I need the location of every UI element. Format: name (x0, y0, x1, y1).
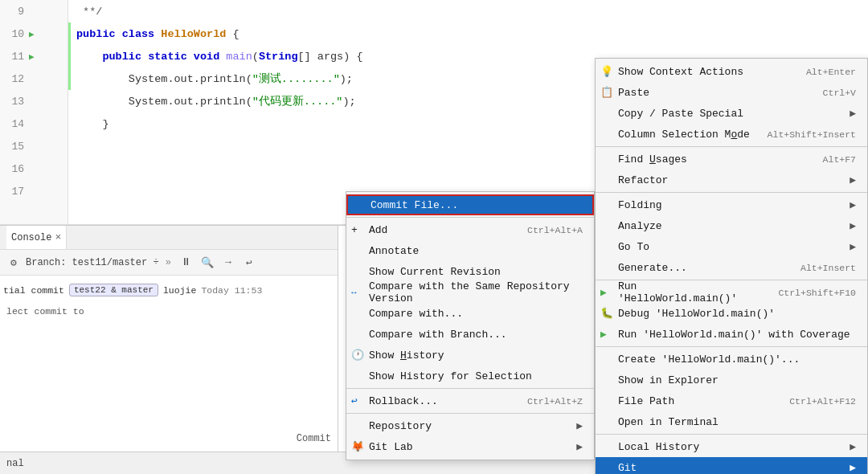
undo-icon[interactable]: ↩ (240, 254, 258, 272)
menu-item-compare-with[interactable]: Compare with... (346, 303, 594, 324)
pause-icon[interactable]: ⏸ (178, 254, 195, 272)
menu-item-column-selection[interactable]: Column Selection Mode Alt+Shift+Insert (596, 124, 867, 145)
arrow-icon9: ▶ (850, 461, 856, 474)
commit-initial: tial commit (3, 285, 64, 296)
menu-item-commit-file[interactable]: Commit File... (346, 194, 594, 215)
separator2 (346, 388, 594, 389)
menu-item-repository[interactable]: Repository ▶ (346, 415, 594, 436)
arrow-icon8: ▶ (850, 440, 856, 453)
commit-button-area: Commit (297, 431, 331, 445)
settings-icon[interactable]: ⚙ (5, 254, 23, 272)
console-area: Console × ⚙ Branch: test11/master ÷ » ⏸ … (0, 225, 338, 474)
separator (346, 217, 594, 218)
arrow-icon2: ▶ (576, 440, 583, 453)
menu-item-debug-main[interactable]: 🐛 Debug 'HelloWorld.main()' (596, 303, 867, 324)
menu-item-refactor[interactable]: Refactor ▶ (596, 170, 867, 190)
line-16: 16 (0, 157, 68, 180)
rollback-icon: ↩ (351, 394, 358, 407)
commit-button[interactable]: Commit (297, 433, 331, 444)
line-10: 10 ▶ (0, 22, 68, 45)
commit-user: luojie (163, 285, 196, 296)
menu-item-show-current-revision[interactable]: Show Current Revision (346, 261, 594, 282)
console-tab[interactable]: Console × (6, 226, 67, 249)
gitlab-icon: 🦊 (351, 440, 364, 453)
menu-item-rollback[interactable]: ↩ Rollback... Ctrl+Alt+Z (346, 390, 594, 411)
menu-item-git[interactable]: Git ▶ (596, 457, 867, 474)
line-13: 13 (0, 90, 68, 112)
arrow-right-icon[interactable]: → (219, 254, 237, 272)
menu-item-paste[interactable]: 📋 Paste Ctrl+V (596, 82, 867, 103)
arrow-icon3: ▶ (850, 107, 856, 120)
menu-item-analyze[interactable]: Analyze ▶ (596, 215, 867, 236)
bottom-bar-text: nal (6, 458, 24, 469)
menu-item-copy-paste-special[interactable]: Copy / Paste Special ▶ (596, 103, 867, 124)
code-line-9: **/ (76, 0, 868, 22)
clock-icon: 🕐 (351, 349, 364, 362)
branch-info: Branch: test11/master ÷ (26, 257, 159, 268)
menu-item-run-coverage[interactable]: ▶ Run 'HelloWorld.main()' with Coverage (596, 324, 867, 345)
menu-item-show-context-actions[interactable]: 💡 Show Context Actions Alt+Enter (596, 61, 867, 82)
arrow-icon7: ▶ (850, 240, 856, 253)
line-14: 14 (0, 112, 68, 135)
commit-badge: test22 & master (69, 284, 158, 296)
close-icon[interactable]: × (55, 231, 61, 243)
compare-icon: ↔ (351, 288, 357, 297)
bulb-icon: 💡 (600, 65, 613, 78)
code-line-10: public class HelloWorld { (76, 22, 868, 45)
menu-item-open-terminal[interactable]: Open in Terminal (596, 411, 867, 432)
line-9: 9 (0, 0, 68, 22)
menu-item-find-usages[interactable]: Find Usages Alt+F7 (596, 149, 867, 170)
context-menu-right: 💡 Show Context Actions Alt+Enter 📋 Paste… (595, 58, 868, 474)
menu-item-run-main[interactable]: ▶ Run 'HelloWorld.main()' Ctrl+Shift+F10 (596, 282, 867, 303)
line-11: 11 ▶ (0, 45, 68, 67)
menu-item-file-path[interactable]: File Path Ctrl+Alt+F12 (596, 390, 867, 411)
run-icon: ▶ (600, 286, 607, 299)
commit-time: Today 11:53 (201, 285, 262, 296)
menu-item-local-history[interactable]: Local History ▶ (596, 436, 867, 457)
menu-item-show-history[interactable]: 🕐 Show History (346, 345, 594, 366)
arrow-icon5: ▶ (850, 198, 856, 211)
menu-item-show-history-selection[interactable]: Show History for Selection (346, 366, 594, 386)
search-icon[interactable]: 🔍 (199, 254, 216, 272)
console-header: Console × (0, 226, 338, 250)
run-coverage-icon: ▶ (600, 328, 607, 341)
menu-item-git-lab[interactable]: 🦊 Git Lab ▶ (346, 436, 594, 457)
arrow-icon4: ▶ (850, 174, 856, 186)
commit-badge-label: test22 & master (74, 285, 154, 295)
line-15: 15 (0, 135, 68, 157)
menu-item-annotate[interactable]: Annotate (346, 240, 594, 261)
menu-item-folding[interactable]: Folding ▶ (596, 194, 867, 215)
menu-item-generate[interactable]: Generate... Alt+Insert (596, 257, 867, 278)
menu-item-add[interactable]: + Add Ctrl+Alt+A (346, 219, 594, 240)
menu-item-create-main[interactable]: Create 'HelloWorld.main()'... (596, 349, 867, 370)
line-12: 12 (0, 67, 68, 90)
menu-item-show-in-explorer[interactable]: Show in Explorer (596, 370, 867, 390)
commit-row: tial commit test22 & master luojie Today… (0, 279, 338, 301)
context-menu-left: Commit File... + Add Ctrl+Alt+A Annotate… (346, 191, 595, 460)
arrow-icon: ▶ (576, 419, 583, 432)
debug-icon: 🐛 (600, 307, 613, 320)
arrow-icon-10: ▶ (29, 29, 40, 39)
select-commit-hint: lect commit to (0, 301, 338, 321)
console-tab-label: Console (11, 232, 51, 243)
menu-item-compare-same[interactable]: ↔ Compare with the Same Repository Versi… (346, 282, 594, 303)
menu-item-go-to[interactable]: Go To ▶ (596, 236, 867, 257)
separator3 (346, 413, 594, 414)
paste-icon: 📋 (600, 86, 613, 99)
console-toolbar: ⚙ Branch: test11/master ÷ » ⏸ 🔍 → ↩ (0, 250, 338, 276)
arrow-icon-11: ▶ (29, 51, 40, 62)
line-17: 17 (0, 180, 68, 202)
menu-item-compare-branch[interactable]: Compare with Branch... (346, 324, 594, 345)
arrow-icon6: ▶ (850, 219, 856, 232)
line-numbers: 9 10 ▶ 11 ▶ 12 13 14 15 (0, 0, 68, 224)
add-icon: + (351, 224, 358, 236)
